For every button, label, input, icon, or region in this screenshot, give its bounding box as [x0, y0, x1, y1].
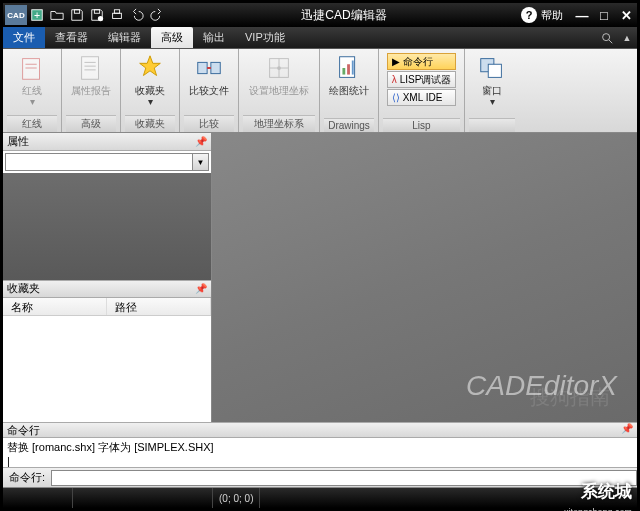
tab-advanced[interactable]: 高级: [151, 27, 193, 48]
properties-header: 属性 📌: [3, 133, 211, 151]
cmd-icon: ▶: [392, 56, 400, 67]
col-path[interactable]: 路径: [107, 298, 211, 315]
minimize-button[interactable]: —: [571, 6, 593, 24]
maximize-button[interactable]: □: [593, 6, 615, 24]
command-label: 命令行:: [3, 470, 51, 485]
svg-text:+: +: [34, 9, 40, 21]
svg-rect-24: [347, 64, 350, 74]
qat-print[interactable]: [107, 5, 127, 25]
command-panel-header: 命令行 📌: [3, 422, 637, 438]
svg-rect-17: [211, 62, 220, 73]
fav-label: 收藏夹▾: [135, 85, 165, 107]
left-panel: 属性 📌 ▼ 收藏夹 📌 名称 路径: [3, 133, 212, 422]
qat-save[interactable]: [67, 5, 87, 25]
ribbon-collapse-icon[interactable]: ▲: [617, 28, 637, 48]
svg-rect-25: [352, 61, 354, 75]
chevron-down-icon[interactable]: ▼: [192, 154, 208, 170]
svg-rect-12: [82, 57, 99, 80]
command-input[interactable]: [51, 470, 637, 486]
window-label: 窗口▾: [482, 85, 502, 107]
svg-point-21: [277, 66, 281, 70]
tab-viewer[interactable]: 查看器: [45, 27, 98, 48]
report-button: 属性报告: [66, 51, 116, 96]
redline-icon: [17, 53, 47, 83]
status-bar: (0; 0; 0): [3, 488, 637, 508]
properties-title: 属性: [7, 134, 29, 149]
command-panel-title: 命令行: [7, 423, 40, 437]
window-icon: [477, 53, 507, 83]
property-selector[interactable]: ▼: [5, 153, 209, 171]
workspace: 属性 📌 ▼ 收藏夹 📌 名称 路径 CADEditorX: [3, 133, 637, 422]
svg-point-7: [603, 34, 610, 41]
svg-rect-2: [74, 10, 79, 14]
drawing-canvas[interactable]: CADEditorX: [212, 133, 637, 422]
report-icon: [76, 53, 106, 83]
qat-undo[interactable]: [127, 5, 147, 25]
command-log: 替换 [romanc.shx] 字体为 [SIMPLEX.SHX] |: [3, 438, 637, 468]
favorites-body: [3, 316, 211, 423]
compare-icon: [194, 53, 224, 83]
qat-new[interactable]: +: [27, 5, 47, 25]
pin-icon[interactable]: 📌: [195, 136, 207, 147]
app-window: CAD + 迅捷CAD编辑器 ? 帮助 — □ ✕ 文件 查看器 编辑器 高级 …: [2, 2, 638, 509]
svg-rect-5: [113, 13, 122, 18]
close-button[interactable]: ✕: [615, 6, 637, 24]
svg-line-8: [609, 40, 613, 44]
qat-saveas[interactable]: [87, 5, 107, 25]
stats-button[interactable]: 绘图统计: [324, 51, 374, 96]
group-title-window: [469, 118, 515, 132]
lisp-debug-button[interactable]: λLISP调试器: [387, 71, 457, 88]
ribbon-tabs: 文件 查看器 编辑器 高级 输出 VIP功能 ▲: [3, 27, 637, 49]
pin-icon[interactable]: 📌: [621, 423, 633, 437]
cmdline-button[interactable]: ▶命令行: [387, 53, 457, 70]
status-seg-1: [3, 488, 73, 508]
window-button[interactable]: 窗口▾: [472, 51, 512, 107]
pin-icon[interactable]: 📌: [195, 283, 207, 294]
tab-output[interactable]: 输出: [193, 27, 235, 48]
qat-redo[interactable]: [147, 5, 167, 25]
geo-label: 设置地理坐标: [249, 85, 309, 96]
ribbon-group-redline: 红线▾ 红线: [3, 49, 62, 132]
canvas-brand: CADEditorX: [466, 370, 617, 402]
status-seg-2: [73, 488, 213, 508]
favorites-columns: 名称 路径: [3, 298, 211, 316]
svg-rect-3: [94, 10, 99, 14]
ribbon-group-advanced: 属性报告 高级: [62, 49, 121, 132]
ribbon-group-fav: 收藏夹▾ 收藏夹: [121, 49, 180, 132]
tab-vip[interactable]: VIP功能: [235, 27, 295, 48]
ribbon-search-icon[interactable]: [597, 28, 617, 48]
geo-icon: [264, 53, 294, 83]
help-icon[interactable]: ?: [521, 7, 537, 23]
ribbon-group-compare: 比较文件 比较: [180, 49, 239, 132]
app-title: 迅捷CAD编辑器: [167, 7, 521, 24]
properties-body: [3, 173, 211, 280]
status-coords: (0; 0; 0): [213, 488, 260, 508]
ribbon-group-drawings: 绘图统计 Drawings: [320, 49, 379, 132]
svg-rect-16: [198, 62, 207, 73]
stats-label: 绘图统计: [329, 85, 369, 96]
compare-label: 比较文件: [189, 85, 229, 96]
geo-button: 设置地理坐标: [243, 51, 315, 96]
ribbon: 红线▾ 红线 属性报告 高级 收藏夹▾ 收藏夹: [3, 49, 637, 133]
fav-button[interactable]: 收藏夹▾: [125, 51, 175, 107]
qat-open[interactable]: [47, 5, 67, 25]
svg-rect-6: [114, 10, 119, 14]
ribbon-group-window: 窗口▾: [465, 49, 519, 132]
redline-label: 红线▾: [22, 85, 42, 107]
svg-rect-9: [23, 59, 40, 80]
app-logo: CAD: [5, 5, 27, 25]
ribbon-group-lisp: ▶命令行 λLISP调试器 ⟨⟩XML IDE Lisp: [379, 49, 465, 132]
group-title-fav: 收藏夹: [125, 115, 175, 132]
col-name[interactable]: 名称: [3, 298, 107, 315]
tab-editor[interactable]: 编辑器: [98, 27, 151, 48]
stats-icon: [334, 53, 364, 83]
xml-icon: ⟨⟩: [392, 92, 400, 103]
svg-point-4: [98, 16, 103, 21]
tab-file[interactable]: 文件: [3, 27, 45, 48]
compare-button[interactable]: 比较文件: [184, 51, 234, 96]
group-title-redline: 红线: [7, 115, 57, 132]
ribbon-group-geo: 设置地理坐标 地理坐标系: [239, 49, 320, 132]
xml-ide-button[interactable]: ⟨⟩XML IDE: [387, 89, 457, 106]
help-label[interactable]: 帮助: [541, 8, 563, 23]
group-title-geo: 地理坐标系: [243, 115, 315, 132]
